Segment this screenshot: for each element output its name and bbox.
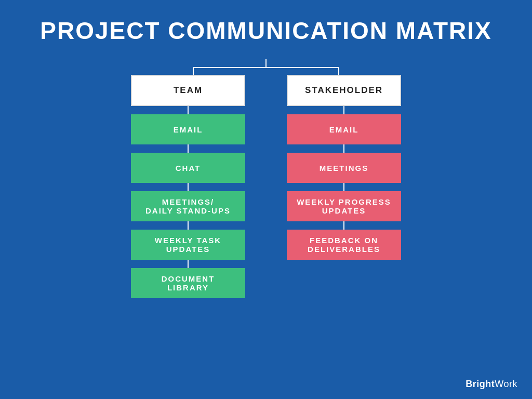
team-header-label: TEAM xyxy=(174,85,203,96)
stakeholder-header-label: STAKEHOLDER xyxy=(305,85,383,96)
branding-bright: Bright xyxy=(466,379,495,389)
team-item-email: EMAIL xyxy=(131,114,245,144)
team-document-library-label: DOCUMENTLIBRARY xyxy=(162,274,215,292)
team-item-chat: CHAT xyxy=(131,153,245,183)
team-column: TEAM EMAIL CHAT MEETINGS/DAILY STAND-UPS… xyxy=(131,75,245,298)
stakeholder-item-meetings: MEETINGS xyxy=(287,153,401,183)
stakeholder-item-progress-updates: WEEKLY PROGRESSUPDATES xyxy=(287,191,401,221)
top-connector xyxy=(121,59,411,75)
stakeholder-item-feedback: FEEDBACK ONDELIVERABLES xyxy=(287,230,401,260)
stakeholder-email-label: EMAIL xyxy=(329,125,359,134)
team-task-updates-label: WEEKLY TASKUPDATES xyxy=(155,236,221,254)
team-item-task-updates: WEEKLY TASKUPDATES xyxy=(131,230,245,260)
team-chat-label: CHAT xyxy=(176,164,201,172)
stakeholder-feedback-label: FEEDBACK ONDELIVERABLES xyxy=(308,236,380,254)
branding-work: Work xyxy=(495,379,517,389)
connector-team-5 xyxy=(188,260,189,268)
stakeholder-header-box: STAKEHOLDER xyxy=(287,75,401,106)
stakeholder-progress-updates-label: WEEKLY PROGRESSUPDATES xyxy=(297,197,391,215)
connector-stakeholder-4 xyxy=(343,221,344,230)
team-header-box: TEAM xyxy=(131,75,245,106)
team-meetings-label: MEETINGS/DAILY STAND-UPS xyxy=(145,197,231,215)
stakeholder-item-email: EMAIL xyxy=(287,114,401,144)
team-email-label: EMAIL xyxy=(174,125,203,134)
stakeholder-column: STAKEHOLDER EMAIL MEETINGS WEEKLY PROGRE… xyxy=(287,75,401,260)
page-title: PROJECT COMMUNICATION MATRIX xyxy=(40,17,492,45)
columns-row: TEAM EMAIL CHAT MEETINGS/DAILY STAND-UPS… xyxy=(131,75,401,298)
team-item-document-library: DOCUMENTLIBRARY xyxy=(131,268,245,298)
connector-team-1 xyxy=(188,106,189,114)
connector-team-2 xyxy=(188,144,189,153)
connector-team-4 xyxy=(188,221,189,230)
branding: BrightWork xyxy=(466,379,517,390)
connector-stakeholder-1 xyxy=(343,106,344,114)
connector-stakeholder-2 xyxy=(343,144,344,153)
team-item-meetings: MEETINGS/DAILY STAND-UPS xyxy=(131,191,245,221)
stakeholder-meetings-label: MEETINGS xyxy=(320,164,368,172)
connector-team-3 xyxy=(188,183,189,191)
connector-stakeholder-3 xyxy=(343,183,344,191)
matrix-container: TEAM EMAIL CHAT MEETINGS/DAILY STAND-UPS… xyxy=(0,59,532,298)
